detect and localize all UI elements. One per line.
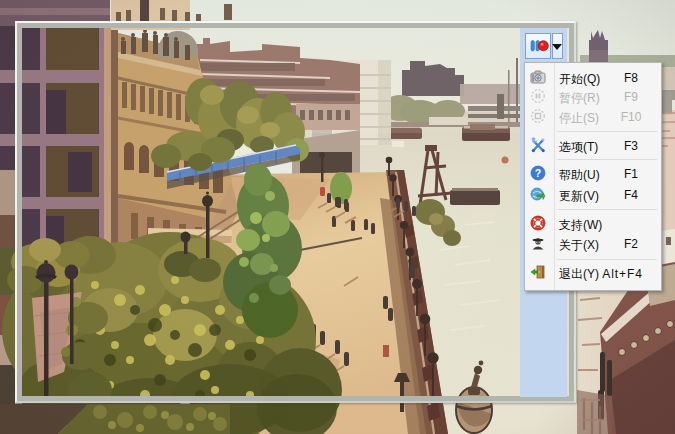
svg-text:?: ?: [535, 167, 541, 179]
